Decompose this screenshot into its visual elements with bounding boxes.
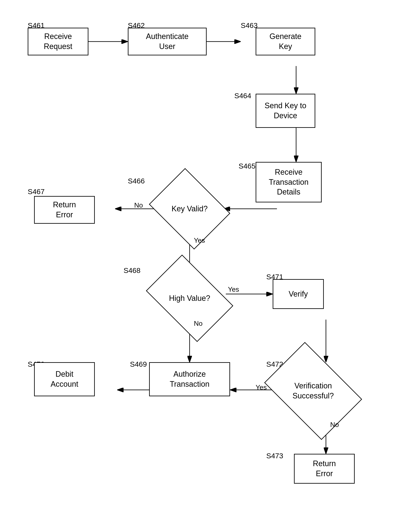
box-s471: Verify xyxy=(273,279,324,309)
step-label-s469: S469 xyxy=(130,360,147,368)
step-label-s468: S468 xyxy=(124,266,140,275)
box-s470: Debit Account xyxy=(34,362,95,396)
box-s473: Return Error xyxy=(294,454,355,484)
step-label-s464: S464 xyxy=(234,92,251,100)
step-label-s465: S465 xyxy=(239,162,255,170)
box-s469-label: Authorize Transaction xyxy=(170,369,210,389)
box-s463-label: Generate Key xyxy=(269,32,301,51)
box-s462: Authenticate User xyxy=(128,28,207,55)
arrow-label-no-verify: No xyxy=(330,421,339,429)
box-s462-label: Authenticate User xyxy=(146,32,189,51)
box-s467: Return Error xyxy=(34,196,95,224)
box-s470-label: Debit Account xyxy=(51,369,78,389)
arrow-label-no-key: No xyxy=(134,201,143,209)
step-label-s467: S467 xyxy=(28,188,44,196)
box-s461: Receive Request xyxy=(28,28,89,55)
box-s465-label: Receive Transaction Details xyxy=(269,167,309,197)
box-s464: Send Key to Device xyxy=(256,94,315,128)
arrow-label-no-high: No xyxy=(194,320,203,328)
diamond-s468: High Value? xyxy=(153,273,226,324)
diamond-s472-label: Verification Successful? xyxy=(273,381,354,401)
box-s465: Receive Transaction Details xyxy=(256,162,322,203)
arrow-label-yes-key: Yes xyxy=(194,236,205,244)
box-s469: Authorize Transaction xyxy=(149,362,230,396)
box-s463: Generate Key xyxy=(256,28,315,55)
arrows-svg xyxy=(0,0,399,532)
diamond-s466: Key Valid? xyxy=(158,183,222,234)
box-s471-label: Verify xyxy=(289,289,308,299)
diamond-s466-label: Key Valid? xyxy=(171,204,208,214)
step-label-s473: S473 xyxy=(266,452,283,460)
flowchart: S461 Receive Request S462 Authenticate U… xyxy=(0,0,399,532)
diamond-s472: Verification Successful? xyxy=(273,362,354,420)
box-s467-label: Return Error xyxy=(53,200,76,220)
step-label-s463: S463 xyxy=(241,21,258,30)
diamond-s468-label: High Value? xyxy=(169,293,210,303)
box-s473-label: Return Error xyxy=(313,459,336,479)
step-label-s466: S466 xyxy=(128,177,145,185)
arrow-label-yes-high: Yes xyxy=(228,285,239,293)
arrow-label-yes-verify: Yes xyxy=(256,384,267,391)
box-s464-label: Send Key to Device xyxy=(265,101,306,121)
box-s461-label: Receive Request xyxy=(44,32,72,51)
